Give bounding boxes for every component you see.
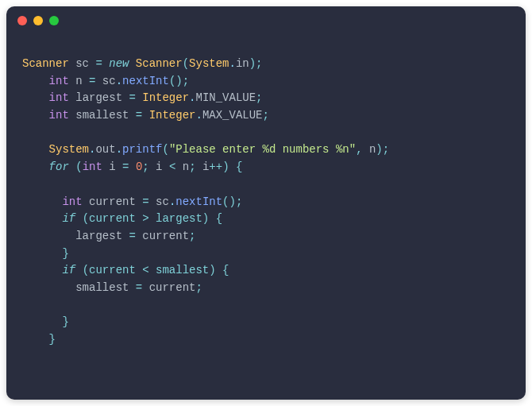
code-line-11: largest = current; bbox=[22, 230, 195, 242]
code-line-7: for (int i = 0; i < n; i++) { bbox=[22, 160, 242, 173]
code-line-12: } bbox=[22, 247, 69, 260]
zoom-icon[interactable] bbox=[49, 16, 59, 25]
code-line-6: System.out.printf("Please enter %d numbe… bbox=[22, 143, 389, 156]
code-line-9: int current = sc.nextInt(); bbox=[22, 195, 242, 208]
code-line-2: int n = sc.nextInt(); bbox=[22, 75, 189, 87]
minimize-icon[interactable] bbox=[33, 16, 43, 25]
code-line-4: int smallest = Integer.MAX_VALUE; bbox=[22, 109, 269, 122]
titlebar bbox=[6, 6, 526, 35]
code-line-13: if (current < smallest) { bbox=[22, 264, 229, 276]
code-line-17: } bbox=[22, 333, 56, 346]
code-block: Scanner sc = new Scanner(System.in); int… bbox=[6, 35, 526, 365]
code-line-10: if (current > largest) { bbox=[22, 212, 222, 225]
code-window: Scanner sc = new Scanner(System.in); int… bbox=[6, 6, 526, 400]
code-line-3: int largest = Integer.MIN_VALUE; bbox=[22, 91, 263, 104]
code-line-16: } bbox=[22, 315, 69, 328]
code-line-14: smallest = current; bbox=[22, 281, 202, 294]
code-line-1: Scanner sc = new Scanner(System.in); bbox=[22, 57, 263, 70]
close-icon[interactable] bbox=[17, 16, 27, 25]
